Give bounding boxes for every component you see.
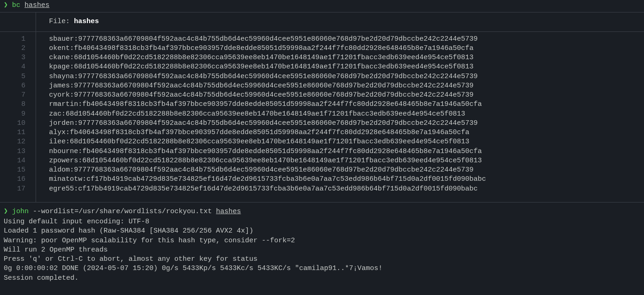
file-line: ilee:68d1054460bf0d22cd5182288b8e82306cc… xyxy=(49,137,486,147)
file-content[interactable]: sbauer:9777768363a66709804f592aac4c84b75… xyxy=(36,32,486,202)
line-number: 10 xyxy=(0,119,25,128)
file-name: hashes xyxy=(74,18,99,25)
file-line: zac:68d1054460bf0d22cd5182288b8e82306cca… xyxy=(49,110,486,119)
file-viewer: File: hashes 1234567891011121314151617 s… xyxy=(0,12,644,203)
file-line: alyx:fb40643498f8318cb3fb4af397bbce90395… xyxy=(49,128,486,137)
file-line: sbauer:9777768363a66709804f592aac4c84b75… xyxy=(49,35,486,44)
file-label: File: xyxy=(49,18,74,25)
line-number: 4 xyxy=(0,62,25,72)
file-line: jorden:9777768363a66709804f592aac4c84b75… xyxy=(49,119,486,128)
line-number: 3 xyxy=(0,53,25,62)
line-number: 2 xyxy=(0,44,25,53)
terminal-prompt-1[interactable]: ❯ bc hashes xyxy=(0,0,644,12)
line-number: 5 xyxy=(0,72,25,81)
command-name: john xyxy=(12,208,29,215)
prompt-arrow-icon: ❯ xyxy=(4,208,8,215)
line-number: 17 xyxy=(0,184,25,194)
file-line: okent:fb40643498f8318cb3fb4af397bbce9039… xyxy=(49,44,486,53)
output-line: 0g 0:00:00:02 DONE (2024-05-07 15:20) 0g… xyxy=(4,264,640,273)
output-line: Press 'q' or Ctrl-C to abort, almost any… xyxy=(4,255,640,264)
line-number: 6 xyxy=(0,81,25,91)
file-line: minatotw:cf17bb4919cab4729d835e734825ef1… xyxy=(49,175,486,184)
command-flags: --wordlist=/usr/share/wordlists/rockyou.… xyxy=(33,208,212,215)
file-line: rmartin:fb40643498f8318cb3fb4af397bbce90… xyxy=(49,100,486,109)
terminal-output: Using default input encoding: UTF-8Loade… xyxy=(0,217,644,283)
file-line: zpowers:68d1054460bf0d22cd5182288b8e8230… xyxy=(49,156,486,166)
file-header: File: hashes xyxy=(0,12,644,31)
line-number: 8 xyxy=(0,100,25,109)
prompt-arrow-icon: ❯ xyxy=(4,1,8,9)
line-number: 15 xyxy=(0,166,25,175)
output-line: Warning: poor OpenMP scalability for thi… xyxy=(4,236,640,246)
output-line: Will run 2 OpenMP threads xyxy=(4,246,640,255)
line-number: 14 xyxy=(0,156,25,166)
gutter-spacer xyxy=(0,12,36,31)
line-number: 11 xyxy=(0,128,25,137)
file-line: cyork:9777768363a66709804f592aac4c84b755… xyxy=(49,91,486,100)
file-line: aldom:9777768363a66709804f592aac4c84b755… xyxy=(49,166,486,175)
file-line: egre55:cf17bb4919cab4729d835e734825ef16d… xyxy=(49,184,486,194)
file-line: ckane:68d1054460bf0d22cd5182288b8e82306c… xyxy=(49,53,486,62)
line-number: 12 xyxy=(0,137,25,147)
terminal-prompt-2[interactable]: ❯ john --wordlist=/usr/share/wordlists/r… xyxy=(0,203,644,217)
file-line: shayna:9777768363a66709804f592aac4c84b75… xyxy=(49,72,486,81)
line-number: 16 xyxy=(0,175,25,184)
line-number: 9 xyxy=(0,110,25,119)
file-line: james:9777768363a66709804f592aac4c84b755… xyxy=(49,81,486,91)
file-body: 1234567891011121314151617 sbauer:9777768… xyxy=(0,32,644,202)
command-arg: hashes xyxy=(216,208,241,215)
line-number-gutter: 1234567891011121314151617 xyxy=(0,32,36,202)
output-line: Loaded 1 password hash (Raw-SHA384 [SHA3… xyxy=(4,227,640,236)
line-number: 7 xyxy=(0,91,25,100)
line-number: 1 xyxy=(0,35,25,44)
output-line: Session completed. xyxy=(4,274,640,283)
line-number: 13 xyxy=(0,147,25,156)
output-line: Using default input encoding: UTF-8 xyxy=(4,217,640,227)
command-name: bc xyxy=(12,1,20,9)
file-title: File: hashes xyxy=(36,12,99,31)
file-line: nbourne:fb40643498f8318cb3fb4af397bbce90… xyxy=(49,147,486,156)
command-arg: hashes xyxy=(25,1,49,9)
file-line: kpage:68d1054460bf0d22cd5182288b8e82306c… xyxy=(49,62,486,72)
